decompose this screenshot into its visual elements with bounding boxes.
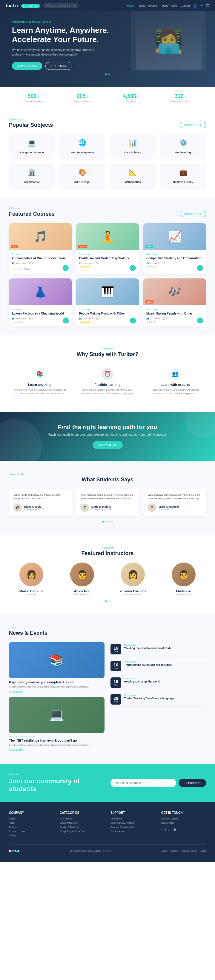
search-input[interactable] — [43, 3, 79, 8]
course-thumb-6: 🎶 $199 — [143, 278, 206, 305]
twitter-icon[interactable]: t — [165, 827, 166, 832]
nav-link-home[interactable]: Home — [127, 4, 134, 7]
footer-link-home[interactable]: Home — [9, 817, 54, 820]
testimonial-dot-1[interactable] — [102, 521, 104, 523]
hero-dot-1[interactable] — [105, 73, 107, 75]
user-icon[interactable]: 👤 — [193, 4, 197, 8]
course-card-3[interactable]: 📈 Free Psychology Competitive Strategy a… — [143, 223, 206, 274]
course-content-5: Psychology People Making Music with Othe… — [76, 305, 139, 326]
course-card-4[interactable]: 👗 Psychology Luxury Fashion in a Changin… — [9, 278, 72, 326]
instructor-card-4[interactable]: 👨 Abida Eric Math Professor — [161, 563, 206, 596]
subject-architecture[interactable]: 🏛️ Architecture — [9, 164, 55, 189]
nav-link-about[interactable]: About — [138, 4, 145, 7]
nav-link-contact[interactable]: Contact — [181, 4, 190, 7]
footer-link-gallery[interactable]: Gallery — [9, 834, 54, 837]
subject-mathematics[interactable]: 📐 Mathematics — [110, 164, 156, 189]
footer-link-storytelling[interactable]: Storytelling & Story Dev — [60, 830, 105, 833]
news-article-2-readmore[interactable]: READ MORE — [9, 749, 23, 751]
testimonial-author-1: 👩 Diane Musoki Photography Student — [13, 503, 67, 512]
instructor-dot-1[interactable] — [105, 600, 107, 602]
subject-engineering[interactable]: ⚙️ Engineering — [160, 134, 206, 159]
instructor-role-1: Instructor — [9, 593, 54, 596]
instructor-dot-2[interactable] — [108, 600, 110, 602]
subscribe-button[interactable]: SUBSCRIBE — [178, 779, 206, 787]
nav-link-course[interactable]: Course — [148, 4, 157, 7]
browse-all-courses-button[interactable]: BROWSE ALL — [180, 211, 206, 217]
subject-computer-science[interactable]: 💻 Computer Science — [9, 134, 55, 159]
cart-icon[interactable]: 🛒 — [199, 4, 204, 8]
start-trial-button[interactable]: START TRIAL — [45, 62, 72, 70]
facebook-icon[interactable]: f — [161, 827, 162, 832]
course-students-6: 👥 10 students — [147, 317, 160, 320]
footer-link-contact[interactable]: Contact Us — [110, 817, 155, 820]
news-item-content-3: Music & arts Helping to change the world — [124, 678, 206, 683]
newsletter-email-input[interactable] — [110, 779, 176, 787]
news-main: 📚 Psychology may be you completed online… — [9, 642, 105, 752]
course-stars-2: ★★★★★ — [79, 266, 89, 268]
hero-dot-2[interactable] — [108, 73, 110, 75]
course-thumb-5: 🎹 — [76, 278, 139, 305]
nav-logo[interactable]: turit●r — [6, 3, 18, 8]
instructor-card-3[interactable]: 👩 Yolanda Cardona News Instructor — [110, 563, 155, 596]
subject-business-study[interactable]: 💼 Business Study — [160, 164, 206, 189]
news-article-1-title: Psychology may be you completed online — [9, 680, 105, 684]
engineering-icon: ⚙️ — [163, 139, 203, 147]
testimonial-dot-2[interactable] — [105, 521, 107, 523]
course-card-1[interactable]: 🎵 $35 Psychology Fundamentals of Music T… — [9, 223, 72, 274]
nav-link-blog[interactable]: Blog — [172, 4, 177, 7]
subject-mathematics-label: Mathematics — [124, 181, 141, 183]
browse-all-subjects-button[interactable]: BROWSE ALL — [180, 122, 206, 128]
footer-link-careers[interactable]: Careers — [9, 826, 54, 829]
course-card-5[interactable]: 🎹 Psychology People Making Music with Ot… — [76, 278, 139, 326]
footer-bottom-link-guide[interactable]: Guide — [201, 850, 206, 852]
footer-link-contact-support[interactable]: Contact Support — [161, 817, 206, 820]
news-sidebar-item-2[interactable]: 16 Nov Music & arts Transforming our in … — [110, 659, 206, 673]
footer-link-register[interactable]: Register Activities Ass — [110, 826, 155, 829]
news-sidebar-item-4[interactable]: 28 Nov Music & arts Turitor Teaching Jav… — [110, 692, 206, 706]
stat-students: 4,506+ Students — [123, 93, 139, 103]
why-desc-3: Meet experts from top university and cul… — [149, 388, 202, 395]
instructor-card-1[interactable]: 👩 Martin Carolina Instructor — [9, 563, 54, 596]
subject-art-design[interactable]: 🎨 Art & Design — [59, 164, 105, 189]
footer-link-digital-marketing[interactable]: Digital Marketing — [60, 821, 105, 824]
footer-bottom-link-careers[interactable]: Careers — [170, 850, 178, 852]
nav-link-pages[interactable]: Pages — [160, 4, 168, 7]
instructor-name-3: Yolanda Cardona — [110, 589, 155, 593]
instagram-icon[interactable]: in — [169, 827, 172, 832]
testimonial-dot-4[interactable] — [111, 521, 113, 523]
footer-link-feedback[interactable]: Our feedback — [110, 830, 155, 833]
course-students-4: 👥 10 students — [12, 317, 26, 320]
footer-link-all-courses[interactable]: All Courses — [60, 817, 105, 820]
course-students-2: 👥 10 students — [79, 262, 93, 264]
why-study-section: # Benefits Why Study with Turitor? 📚 Lea… — [0, 336, 215, 412]
stat-classes: 310+ Classes complete — [171, 93, 190, 103]
instructor-card-2[interactable]: 👨 Abida Eric Math Professor — [60, 563, 105, 596]
course-content-3: Psychology Competitive Strategy and Orga… — [143, 250, 206, 271]
menu-icon[interactable]: ☰ — [206, 4, 209, 8]
course-card-6[interactable]: 🎶 $199 Psychology Music Making People wi… — [143, 278, 206, 326]
why-card-3: 👥 Learn with experts Meet experts from t… — [144, 363, 206, 400]
subject-business-study-label: Business Study — [173, 181, 193, 183]
testimonial-dot-3[interactable] — [108, 521, 110, 523]
news-item-tag-2: Music & arts — [124, 661, 206, 663]
footer-bottom-link-about[interactable]: About — [162, 850, 167, 852]
news-sidebar-item-1[interactable]: 16 Nov Music & arts Tackling the climate… — [110, 642, 206, 657]
footer-link-design-building[interactable]: Design & Building — [60, 826, 105, 829]
hero-subtitle: We believe everyone has the capacity to … — [12, 48, 96, 57]
stat-students-label: Students — [123, 100, 139, 103]
footer-link-about[interactable]: About — [9, 821, 54, 824]
news-sidebar-item-3[interactable]: 16 Nov Music & arts Helping to change th… — [110, 676, 206, 690]
subject-data-science[interactable]: 📊 Data Science — [110, 134, 156, 159]
join-with-us-button[interactable]: JOIN WITH US — [92, 441, 123, 449]
footer-link-custom-requirements[interactable]: Custom Requirements — [110, 821, 155, 824]
footer-bottom-link-resource[interactable]: Resource center — [182, 850, 197, 852]
subject-web-development[interactable]: 🌐 Web Development — [59, 134, 105, 159]
linkedin-icon[interactable]: li — [174, 827, 176, 832]
view-courses-button[interactable]: VIEW COURSES — [12, 62, 42, 70]
testimonials-grid: Sitting habits and behaviors. People pro… — [9, 489, 206, 516]
course-card-2[interactable]: 🧘 $5.00 Psychology Buddhism and Modern P… — [76, 223, 139, 274]
featured-courses-section: # Courses Featured Courses BROWSE ALL 🎵 … — [0, 198, 215, 336]
footer-link-resource[interactable]: Resource center — [9, 830, 54, 833]
footer-link-help-center[interactable]: Help Center — [161, 821, 206, 824]
news-article-1-readmore[interactable]: READ MORE — [9, 691, 23, 694]
